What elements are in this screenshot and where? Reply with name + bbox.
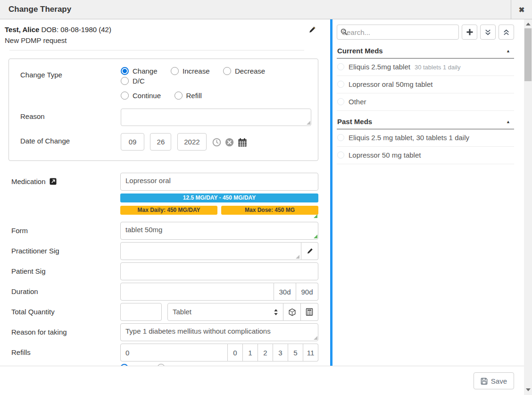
search-field-wrap — [337, 25, 459, 40]
date-month-input[interactable] — [121, 133, 144, 151]
med-item-lopressor-current[interactable]: Lopressor oral 50mg tablet — [337, 76, 514, 93]
clock-icon[interactable] — [212, 138, 221, 147]
med-item-lopressor-past[interactable]: Lopressor 50 mg tablet — [337, 147, 514, 164]
duration-90d-button[interactable]: 90d — [296, 283, 318, 301]
unit-select[interactable]: Tablet — [167, 303, 283, 321]
refills-2-button[interactable]: 2 — [258, 344, 273, 361]
total-quantity-label: Total Quantity — [11, 303, 120, 321]
reason-for-taking-textarea[interactable]: Type 1 diabetes mellitus without complic… — [120, 323, 318, 341]
unit-selected-value: Tablet — [173, 308, 191, 316]
med-item-text: Eliquis 2.5 mg tablet, 30 tablets 1 dail… — [349, 134, 469, 142]
duration-30d-button[interactable]: 30d — [274, 283, 296, 301]
med-item-text: Eliquis 2.5mg tablet — [349, 63, 410, 71]
modal-header: Change Therapy ✖ — [0, 0, 532, 19]
scroll-down-arrow[interactable] — [524, 386, 532, 394]
floppy-disk-icon — [481, 378, 488, 385]
reason-label: Reason — [15, 109, 121, 126]
resize-handle-icon[interactable] — [314, 235, 317, 238]
radio-dc[interactable]: D/C — [121, 77, 145, 85]
calculator-button[interactable] — [301, 303, 318, 321]
pencil-icon — [308, 26, 316, 34]
med-item-text: Lopressor oral 50mg tablet — [349, 80, 432, 88]
refills-1-button[interactable]: 1 — [243, 344, 258, 361]
med-radio-icon — [337, 151, 344, 159]
duration-input[interactable] — [120, 283, 274, 301]
save-label: Save — [491, 377, 507, 385]
date-day-input[interactable] — [150, 133, 171, 151]
collapse-caret-icon: ▲ — [506, 49, 510, 53]
radio-decrease[interactable]: Decrease — [223, 67, 265, 75]
resize-handle-icon[interactable] — [307, 121, 310, 125]
radio-label: Increase — [183, 67, 210, 75]
date-of-change-label: Date of Change — [15, 133, 121, 151]
med-radio-icon — [337, 134, 344, 141]
search-input[interactable] — [337, 25, 459, 40]
refills-0-button[interactable]: 0 — [228, 344, 243, 361]
expand-all-button[interactable] — [480, 25, 496, 40]
practitioner-sig-label: Practitioner Sig — [11, 242, 120, 260]
radio-change[interactable]: Change — [121, 67, 158, 75]
med-item-eliquis-current[interactable]: Eliquis 2.5mg tablet 30 tablets 1 daily — [337, 59, 514, 76]
section-title: Past Meds — [337, 118, 372, 126]
refills-5-button[interactable]: 5 — [288, 344, 303, 361]
practitioner-sig-textarea[interactable] — [120, 242, 301, 260]
form-textarea[interactable]: tablet 50mg — [120, 222, 318, 240]
pdmp-request-text: New PDMP request — [5, 36, 316, 44]
package-lookup-button[interactable] — [283, 303, 301, 321]
refills-11-button[interactable]: 11 — [303, 344, 318, 361]
past-meds-header[interactable]: Past Meds ▲ — [337, 115, 514, 129]
external-link-icon[interactable] — [50, 178, 57, 185]
calculator-icon — [306, 308, 313, 316]
save-button[interactable]: Save — [474, 372, 514, 389]
collapse-all-button[interactable] — [499, 25, 514, 40]
quantity-input[interactable] — [120, 303, 162, 321]
date-year-input[interactable] — [177, 133, 207, 151]
edit-patient-button[interactable] — [308, 26, 316, 35]
clear-date-icon[interactable] — [225, 138, 234, 147]
reason-textarea[interactable] — [121, 109, 311, 126]
radio-dot — [223, 67, 231, 75]
radio-continue[interactable]: Continue — [121, 92, 161, 100]
med-item-eliquis-past[interactable]: Eliquis 2.5 mg tablet, 30 tablets 1 dail… — [337, 129, 514, 147]
current-meds-header[interactable]: Current Meds ▲ — [337, 44, 514, 59]
change-type-radio-group: Change Increase Decrease D/C Continue Re… — [121, 67, 311, 101]
scrollbar-thumb[interactable] — [524, 28, 532, 81]
modal-footer: Save — [0, 366, 524, 395]
section-title: Current Meds — [337, 47, 383, 55]
search-icon — [341, 28, 348, 35]
refills-input[interactable] — [120, 344, 228, 361]
radio-dot — [121, 67, 129, 75]
collapse-caret-icon: ▲ — [506, 119, 510, 124]
patient-sig-input[interactable] — [120, 262, 318, 280]
radio-dot — [171, 67, 179, 75]
resize-handle-icon[interactable] — [314, 214, 317, 218]
patient-line: Test, Alice DOB: 08-08-1980 (42) — [5, 25, 316, 34]
refills-3-button[interactable]: 3 — [273, 344, 288, 361]
radio-dot — [121, 77, 129, 85]
radio-label: D/C — [133, 77, 145, 85]
page-scrollbar[interactable] — [524, 19, 532, 395]
patient-sig-label: Patient Sig — [11, 262, 120, 280]
medication-label-wrap: Medication — [11, 173, 120, 219]
max-dose-badge: Max Dose: 450 MG — [221, 206, 318, 215]
scroll-up-arrow[interactable] — [524, 20, 532, 28]
radio-label: Refill — [186, 92, 202, 100]
med-item-text: Other — [349, 98, 366, 106]
resize-handle-icon[interactable] — [314, 336, 317, 340]
med-radio-icon — [337, 63, 344, 70]
patient-block: Test, Alice DOB: 08-08-1980 (42) New PDM… — [0, 19, 330, 50]
cube-icon — [288, 308, 296, 316]
edit-sig-button[interactable] — [301, 242, 318, 260]
radio-increase[interactable]: Increase — [171, 67, 210, 75]
medication-textarea[interactable]: Lopressor oral — [120, 173, 318, 191]
change-type-label: Change Type — [15, 67, 121, 101]
medication-label: Medication — [11, 177, 46, 185]
med-item-other[interactable]: Other — [337, 93, 514, 111]
calendar-icon[interactable] — [238, 138, 247, 147]
radio-refill[interactable]: Refill — [175, 92, 202, 100]
patient-dob: DOB: 08-08-1980 (42) — [42, 25, 111, 34]
resize-handle-icon[interactable] — [296, 255, 299, 259]
close-icon: ✖ — [519, 6, 525, 14]
add-med-button[interactable] — [462, 25, 477, 40]
close-button[interactable]: ✖ — [511, 0, 532, 19]
